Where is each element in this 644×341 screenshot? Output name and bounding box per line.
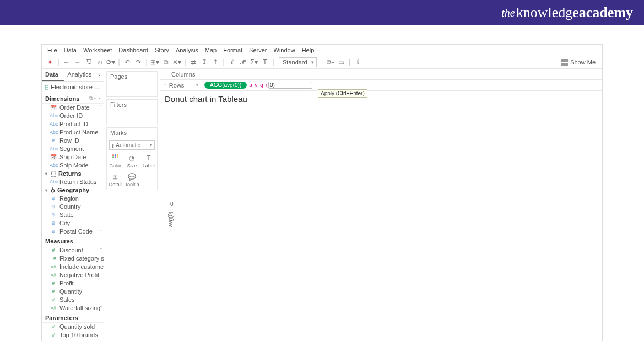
datasource-icon: ⌸ — [45, 84, 48, 90]
tab-data[interactable]: Data — [42, 69, 64, 81]
field-city[interactable]: ⊕City — [42, 219, 104, 228]
formula-input[interactable]: 0) — [268, 82, 312, 89]
field-discount[interactable]: #Discount — [42, 246, 104, 255]
tableau-logo-icon[interactable]: ✦ — [45, 57, 55, 67]
number-icon: # — [50, 247, 57, 254]
param-quantity-sold[interactable]: #Quantity sold — [42, 323, 104, 331]
collapse-pane-icon[interactable]: ‹ — [95, 69, 104, 81]
datasource-name: Electronic store sa... — [51, 84, 100, 90]
label-icon: T — [144, 154, 153, 162]
field-row-id[interactable]: #Row ID — [42, 137, 104, 145]
sort-desc-icon[interactable]: ↥ — [210, 57, 220, 67]
param-top-10-brands[interactable]: #Top 10 brands — [42, 331, 104, 339]
number-icon: # — [50, 137, 57, 144]
scroll-down-icon[interactable]: ˅ — [100, 306, 102, 311]
abc-icon: Abc — [50, 121, 57, 128]
sheet-title[interactable]: Donut chart in Tableau — [160, 91, 602, 107]
totals-icon[interactable]: Σ▾ — [249, 57, 259, 67]
field-ship-mode[interactable]: AbcShip Mode — [42, 161, 104, 170]
field-product-id[interactable]: AbcProduct ID — [42, 120, 104, 128]
refresh-icon[interactable]: ⟳▾ — [106, 57, 116, 67]
field-fixed-category[interactable]: =#Fixed category s... — [42, 255, 104, 263]
field-segment[interactable]: AbcSegment — [42, 145, 104, 153]
new-datasource-icon[interactable]: ⎋ — [95, 57, 105, 67]
tab-analytics[interactable]: Analytics — [64, 69, 95, 81]
menu-analysis[interactable]: Analysis — [174, 46, 201, 54]
marks-color[interactable]: Color — [107, 152, 123, 171]
highlight-icon[interactable]: ℓ — [227, 57, 237, 67]
menu-file[interactable]: File — [45, 46, 59, 54]
folder-geography[interactable]: ▾♁ Geography — [42, 186, 104, 194]
formula-editor[interactable]: a v g ( 0) — [249, 82, 312, 89]
marks-label[interactable]: TLabel — [140, 152, 157, 171]
menu-window[interactable]: Window — [272, 46, 297, 54]
rows-icon: ≡ — [164, 82, 167, 88]
save-icon[interactable]: 🖫 — [84, 57, 94, 67]
dimensions-tools[interactable]: ⧉ ⌕ ▾ — [89, 95, 100, 102]
rows-menu-icon[interactable]: ▾ — [196, 83, 198, 88]
number-icon: # — [50, 296, 57, 304]
field-negative-profit[interactable]: =#Negative Profit — [42, 271, 104, 279]
brand-banner: the knowledge academy — [0, 0, 644, 25]
marks-size[interactable]: ◔Size — [123, 152, 140, 171]
geo-icon: ⊕ — [50, 220, 57, 227]
field-sales[interactable]: #Sales — [42, 296, 104, 304]
menu-server[interactable]: Server — [247, 46, 269, 54]
field-ship-date[interactable]: 📅Ship Date — [42, 153, 104, 161]
group-icon[interactable]: 🖇 — [238, 57, 248, 67]
menu-data[interactable]: Data — [62, 46, 79, 54]
toolbar: ✦ ← → 🖫 ⎋ ⟳▾ ↶ ↷ ⊞▾ ⧉ ✕▾ ⇄ ↧ ↥ ℓ 🖇 Σ▾ T … — [42, 56, 602, 69]
field-postal-code[interactable]: ⊕Postal Code — [42, 228, 104, 236]
duplicate-icon[interactable]: ⧉ — [161, 57, 171, 67]
swap-icon[interactable]: ⇄ — [188, 57, 198, 67]
share-icon[interactable]: ⇪ — [353, 57, 363, 67]
sort-asc-icon[interactable]: ↧ — [199, 57, 209, 67]
fit-dropdown[interactable]: Standard — [279, 57, 317, 67]
show-me-button[interactable]: Show Me — [561, 59, 599, 66]
geo-icon: ⊕ — [50, 228, 57, 235]
presentation-icon[interactable]: ▭ — [337, 57, 347, 67]
rows-pill-agg-avg0[interactable]: AGG(avg(0)) — [204, 82, 247, 89]
scroll-down-icon[interactable]: ˅ — [100, 229, 102, 235]
field-product-name[interactable]: AbcProduct Name — [42, 128, 104, 137]
field-profit[interactable]: #Profit — [42, 279, 104, 288]
menu-story[interactable]: Story — [153, 46, 171, 54]
scroll-up-icon[interactable]: ˄ — [100, 105, 102, 110]
field-quantity[interactable]: #Quantity — [42, 288, 104, 296]
viz-canvas[interactable]: Donut chart in Tableau avg(0) 0 — [160, 91, 602, 341]
marks-detail[interactable]: ⊞Detail — [107, 171, 123, 190]
rows-shelf[interactable]: ≡Rows▾ AGG(avg(0)) a v g ( 0) Apply (Ctr… — [160, 80, 602, 91]
menu-format[interactable]: Format — [221, 46, 245, 54]
scroll-up-icon[interactable]: ˄ — [100, 247, 102, 253]
field-order-date[interactable]: 📅Order Date — [42, 104, 104, 112]
field-order-id[interactable]: AbcOrder ID — [42, 112, 104, 120]
forward-icon[interactable]: → — [73, 57, 83, 67]
marks-tooltip[interactable]: 💬Tooltip — [123, 171, 140, 190]
abc-icon: Abc — [50, 145, 57, 153]
field-return-status[interactable]: AbcReturn Status — [42, 178, 104, 186]
datasource-row[interactable]: ⌸ Electronic store sa... — [42, 82, 104, 93]
undo-icon[interactable]: ↶ — [122, 57, 132, 67]
labels-icon[interactable]: T — [260, 57, 270, 67]
dimensions-list: ˄ 📅Order Date AbcOrder ID AbcProduct ID … — [42, 104, 104, 236]
redo-icon[interactable]: ↷ — [133, 57, 143, 67]
menu-map[interactable]: Map — [203, 46, 219, 54]
pages-card[interactable]: Pages — [106, 71, 158, 97]
field-waterfall-sizing[interactable]: =#Waterfall sizing — [42, 304, 104, 312]
field-region[interactable]: ⊕Region — [42, 194, 104, 203]
columns-shelf[interactable]: ⫼Columns — [160, 69, 602, 80]
menu-worksheet[interactable]: Worksheet — [81, 46, 114, 54]
field-include-customer[interactable]: =#Include customer... — [42, 263, 104, 271]
folder-returns[interactable]: ▾⬚ Returns — [42, 170, 104, 178]
new-worksheet-icon[interactable]: ⊞▾ — [150, 57, 160, 67]
menu-help[interactable]: Help — [300, 46, 317, 54]
mark-type-dropdown[interactable]: ⫿ Automatic — [109, 140, 155, 150]
back-icon[interactable]: ← — [62, 57, 72, 67]
filters-card[interactable]: Filters — [106, 99, 158, 125]
parameters-list: #Quantity sold #Top 10 brands AbcTop Cus… — [42, 323, 104, 341]
menu-dashboard[interactable]: Dashboard — [116, 46, 150, 54]
field-state[interactable]: ⊕State — [42, 211, 104, 219]
show-cards-icon[interactable]: ⧉▾ — [326, 57, 335, 67]
clear-icon[interactable]: ✕▾ — [172, 57, 182, 67]
field-country[interactable]: ⊕Country — [42, 203, 104, 211]
